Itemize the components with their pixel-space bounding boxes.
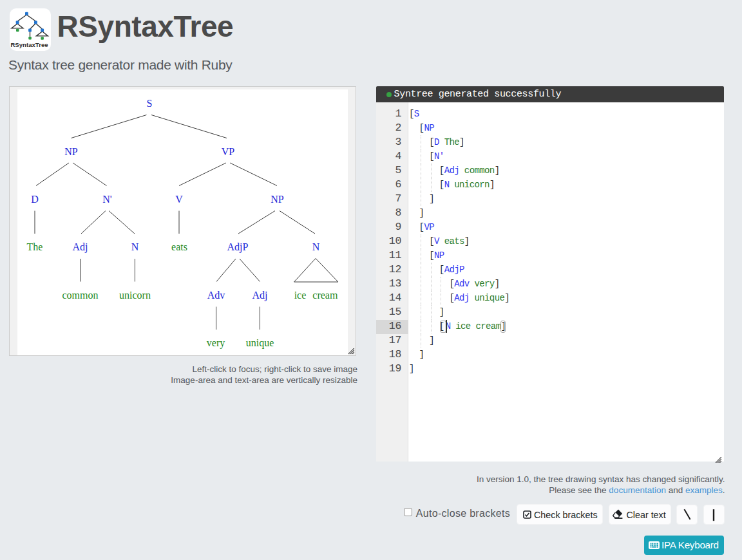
svg-text:Adv: Adv <box>207 290 225 301</box>
svg-text:N: N <box>312 241 320 252</box>
svg-text:VP: VP <box>222 146 235 157</box>
svg-text:D: D <box>31 194 39 205</box>
svg-text:ice cream: ice cream <box>294 290 338 301</box>
svg-text:RSyntaxTree: RSyntaxTree <box>10 41 48 48</box>
svg-text:N': N' <box>102 194 112 205</box>
svg-text:S: S <box>147 98 153 109</box>
svg-text:common: common <box>62 290 99 301</box>
svg-text:Adj: Adj <box>252 290 268 301</box>
svg-text:AdjP: AdjP <box>227 241 249 253</box>
svg-text:V: V <box>175 194 183 205</box>
svg-text:eats: eats <box>171 241 187 252</box>
svg-text:unique: unique <box>246 337 274 349</box>
svg-text:N: N <box>131 241 139 252</box>
svg-text:very: very <box>207 337 225 349</box>
svg-text:Adj: Adj <box>73 241 88 253</box>
svg-text:unicorn: unicorn <box>119 290 151 301</box>
svg-text:NP: NP <box>271 194 284 205</box>
svg-text:The: The <box>27 241 43 252</box>
svg-text:NP: NP <box>64 146 78 157</box>
